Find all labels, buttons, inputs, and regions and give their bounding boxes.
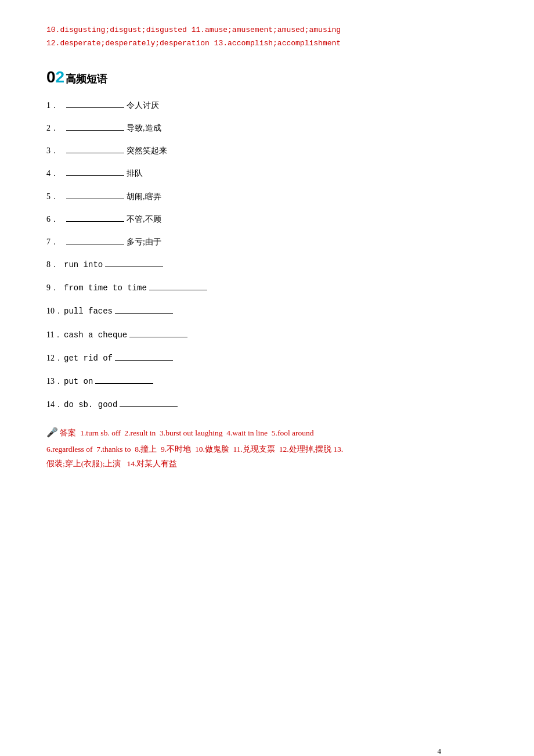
q-text-4: 排队 [127,166,143,181]
q-num-9: 9． [46,280,64,295]
q-text-5: 胡闹,瞎弄 [127,189,161,204]
answer-label: 答案 [60,429,78,437]
q-prefix-9: from time to time [64,281,147,296]
blank-2[interactable] [66,130,124,131]
question-item-12: 12． get rid of [46,351,488,366]
title-num-cyan: 2 [56,68,65,87]
q-num-10: 10． [46,304,64,318]
top-line1: 10.disgusting;disgust;disgusted 11.amuse… [46,23,488,37]
q-num-7: 7． [46,235,64,249]
q-prefix-11: cash a cheque [64,328,127,343]
blank-3[interactable] [66,153,124,153]
q-num-14: 14． [46,397,64,412]
question-item-4: 4． 排队 [46,166,488,181]
blank-11[interactable] [129,337,187,337]
q-text-2: 导致,造成 [127,121,161,135]
q-num-4: 4． [46,166,64,181]
question-item-1: 1． 令人讨厌 [46,98,488,113]
page-number: 4 [438,747,442,756]
question-item-5: 5． 胡闹,瞎弄 [46,189,488,204]
questions-list: 1． 令人讨厌 2． 导致,造成 3． 突然笑起来 4． 排队 5． 胡闹,瞎弄 [46,98,488,413]
question-item-2: 2． 导致,造成 [46,121,488,135]
q-text-3: 突然笑起来 [127,143,167,158]
blank-13[interactable] [95,383,153,384]
top-section: 10.disgusting;disgust;disgusted 11.amuse… [46,23,488,51]
question-item-3: 3． 突然笑起来 [46,143,488,158]
q-num-5: 5． [46,189,64,204]
answer-section: 🎤 答案 1.turn sb. off 2.result in 3.burst … [46,424,488,471]
blank-4[interactable] [66,175,124,176]
answer-text-1: 1.turn sb. off 2.result in 3.burst out l… [80,429,313,437]
blank-12[interactable] [115,360,173,361]
q-prefix-13: put on [64,375,93,389]
answer-text-3: 假装;穿上(衣服);上演 14.对某人有益 [46,459,178,468]
blank-10[interactable] [115,313,173,314]
question-item-8: 8． run into [46,257,488,272]
q-num-2: 2． [46,121,64,135]
question-item-13: 13． put on [46,374,488,389]
question-item-9: 9． from time to time [46,280,488,296]
question-item-6: 6． 不管,不顾 [46,212,488,226]
blank-1[interactable] [66,107,124,108]
q-num-6: 6． [46,212,64,226]
q-num-11: 11． [46,327,64,342]
q-prefix-12: get rid of [64,351,113,366]
blank-6[interactable] [66,221,124,222]
blank-5[interactable] [66,199,124,199]
q-text-6: 不管,不顾 [127,212,161,226]
question-item-14: 14． do sb. good [46,397,488,412]
q-num-1: 1． [46,98,64,113]
q-num-12: 12． [46,351,64,365]
blank-9[interactable] [149,290,207,290]
answer-text-2: 6.regardless of 7.thanks to 8.撞上 9.不时地 1… [46,445,343,453]
q-prefix-10: pull faces [64,304,113,319]
blank-14[interactable] [120,406,178,407]
section-title-text: 高频短语 [66,72,107,86]
answer-line-2: 6.regardless of 7.thanks to 8.撞上 9.不时地 1… [46,442,488,457]
q-prefix-8: run into [64,258,103,272]
q-num-8: 8． [46,257,64,272]
answer-line-3: 假装;穿上(衣服);上演 14.对某人有益 [46,456,488,471]
answer-icon: 🎤 [46,427,58,437]
q-num-3: 3． [46,143,64,158]
blank-8[interactable] [105,267,163,267]
top-line2: 12.desperate;desperately;desperation 13.… [46,37,488,50]
q-text-1: 令人讨厌 [127,98,159,113]
question-item-7: 7． 多亏;由于 [46,235,488,249]
title-num-bold: 0 [46,68,56,87]
q-num-13: 13． [46,374,64,388]
section-02-title: 0 2 高频短语 [46,68,488,87]
blank-7[interactable] [66,244,124,244]
question-item-10: 10． pull faces [46,304,488,319]
q-prefix-14: do sb. good [64,398,117,412]
question-item-11: 11． cash a cheque [46,327,488,343]
answer-line-1: 🎤 答案 1.turn sb. off 2.result in 3.burst … [46,424,488,441]
q-text-7: 多亏;由于 [127,235,161,249]
